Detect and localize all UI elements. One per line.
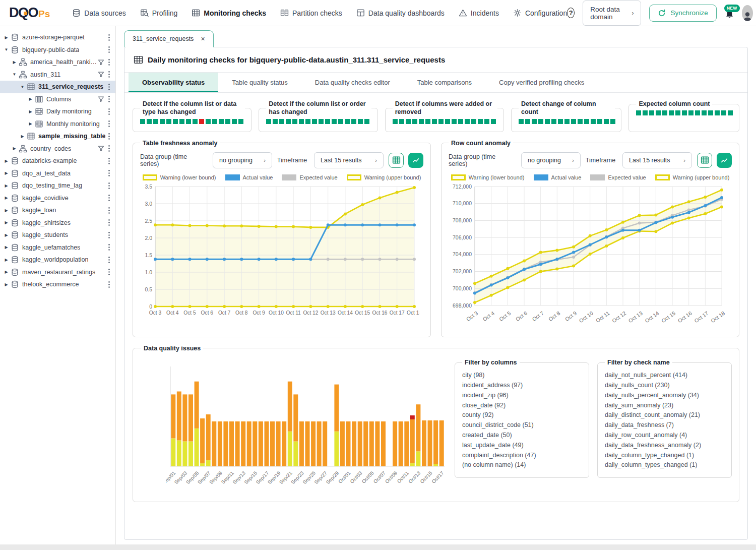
nav-item-profiling[interactable]: Profiling	[140, 9, 178, 17]
filter-check-daily-column-type-changed[interactable]: daily_column_type_changed (1)	[605, 451, 724, 461]
sidebar-item-thelook-ecommerce[interactable]: ▶thelook_ecommerce	[0, 278, 115, 291]
filter-column-county[interactable]: county (92)	[462, 410, 582, 420]
more-options-icon[interactable]	[108, 108, 110, 115]
notifications-button[interactable]: NEW	[725, 6, 734, 21]
sidebar-item-kaggle-loan[interactable]: ▶kaggle_loan	[0, 204, 115, 217]
more-options-icon[interactable]	[108, 256, 110, 264]
chart-view-button[interactable]	[717, 153, 732, 168]
more-options-icon[interactable]	[108, 219, 110, 226]
more-options-icon[interactable]	[108, 120, 110, 128]
filter-column-no-column-name[interactable]: (no column name) (14)	[462, 460, 582, 470]
sidebar-item-sample-missing-table[interactable]: ▶sample_missing_table	[0, 130, 115, 143]
caret-right-icon[interactable]: ▶	[3, 184, 10, 188]
sidebar-item-kaggle-shirtsizes[interactable]: ▶kaggle_shirtsizes	[0, 217, 115, 229]
caret-right-icon[interactable]: ▶	[3, 220, 10, 225]
sidebar-item-daily-monitoring[interactable]: ▶Daily monitoring	[0, 105, 115, 118]
more-options-icon[interactable]	[108, 281, 110, 288]
caret-right-icon[interactable]: ▶	[27, 97, 34, 101]
data-group-select[interactable]: no grouping›	[213, 152, 272, 168]
caret-right-icon[interactable]: ▶	[3, 282, 10, 287]
more-options-icon[interactable]	[108, 169, 110, 177]
nav-item-configuration[interactable]: Configuration	[513, 9, 567, 17]
caret-down-icon[interactable]: ▼	[19, 85, 26, 89]
more-options-icon[interactable]	[108, 46, 110, 53]
sidebar-item-kaggle-uefamatches[interactable]: ▶kaggle_uefamatches	[0, 241, 115, 254]
sidebar-item-country-codes[interactable]: ▶country_codes	[0, 143, 115, 155]
sidebar-item-bigquery-public-data[interactable]: ▼bigquery-public-data	[0, 44, 115, 56]
data-domain-selector[interactable]: Root data domain ›	[583, 1, 641, 26]
sidebar-item-maven-restaurant-ratings[interactable]: ▶maven_restaurant_ratings	[0, 266, 115, 279]
filter-column-council-district-code[interactable]: council_district_code (51)	[462, 420, 582, 431]
caret-right-icon[interactable]: ▶	[3, 208, 10, 213]
filter-check-daily-data-freshness[interactable]: daily_data_freshness (7)	[605, 420, 724, 431]
caret-right-icon[interactable]: ▶	[3, 258, 10, 262]
tab-observability-status[interactable]: Observability status	[129, 73, 218, 92]
filter-check-daily-nulls-count[interactable]: daily_nulls_count (230)	[605, 381, 724, 391]
sidebar-item-dqo-testing-time-lag[interactable]: ▶dqo_testing_time_lag	[0, 179, 115, 192]
tab-data-quality-checks-editor[interactable]: Data quality checks editor	[301, 73, 404, 92]
more-options-icon[interactable]	[108, 83, 110, 91]
caret-right-icon[interactable]: ▶	[3, 196, 10, 200]
table-view-button[interactable]	[389, 153, 404, 168]
close-icon[interactable]: ×	[201, 36, 205, 41]
dqops-logo[interactable]: DQOPs	[9, 5, 50, 21]
horizontal-scrollbar-track[interactable]	[0, 544, 756, 550]
synchronize-button[interactable]: Synchronize	[649, 5, 716, 22]
more-options-icon[interactable]	[108, 95, 110, 103]
sidebar-item-austin-311[interactable]: ▼austin_311	[0, 69, 115, 81]
sidebar-item-monthly-monitoring[interactable]: ▶Monthly monitoring	[0, 118, 115, 131]
caret-right-icon[interactable]: ▶	[3, 159, 10, 163]
filter-funnel-icon[interactable]	[98, 59, 104, 66]
chart-view-button[interactable]	[408, 153, 423, 168]
filter-funnel-icon[interactable]	[98, 96, 104, 102]
filter-funnel-icon[interactable]	[98, 145, 104, 152]
caret-right-icon[interactable]: ▶	[11, 146, 18, 151]
open-tab-311-service-requests[interactable]: 311_service_requests ×	[124, 30, 214, 47]
tab-copy-verified-profiling-checks[interactable]: Copy verified profiling checks	[485, 73, 598, 92]
tab-table-quality-status[interactable]: Table quality status	[218, 73, 301, 92]
sidebar-item-kaggle-worldpopulation[interactable]: ▶kaggle_worldpopulation	[0, 254, 115, 266]
caret-right-icon[interactable]: ▶	[3, 35, 10, 40]
nav-item-data-sources[interactable]: Data sources	[72, 9, 125, 17]
caret-down-icon[interactable]: ▼	[3, 47, 10, 52]
sidebar-item-311-service-requests[interactable]: ▼311_service_requests	[0, 81, 115, 93]
more-options-icon[interactable]	[108, 34, 110, 41]
timeframe-select[interactable]: Last 15 results›	[314, 152, 384, 168]
filter-column-city[interactable]: city (98)	[462, 371, 582, 381]
help-button[interactable]: ?	[567, 8, 575, 18]
nav-item-monitoring-checks[interactable]: Monitoring checks	[192, 9, 266, 17]
caret-right-icon[interactable]: ▶	[3, 171, 10, 175]
filter-column-incident-zip[interactable]: incident_zip (96)	[462, 391, 582, 401]
sidebar-item-america-health-rankings[interactable]: ▶america_health_rankings	[0, 56, 115, 69]
nav-item-incidents[interactable]: Incidents	[459, 9, 499, 17]
filter-funnel-icon[interactable]	[98, 71, 104, 78]
filter-column-created-date[interactable]: created_date (50)	[462, 431, 582, 441]
filter-check-daily-data-freshness-anomaly[interactable]: daily_data_freshness_anomaly (2)	[605, 441, 724, 451]
caret-right-icon[interactable]: ▶	[3, 233, 10, 237]
more-options-icon[interactable]	[108, 268, 110, 276]
more-options-icon[interactable]	[108, 157, 110, 165]
more-options-icon[interactable]	[108, 231, 110, 239]
sidebar-item-columns[interactable]: ▶Columns	[0, 93, 115, 106]
more-options-icon[interactable]	[108, 207, 110, 214]
filter-check-daily-not-nulls-percent[interactable]: daily_not_nulls_percent (414)	[605, 371, 724, 381]
more-options-icon[interactable]	[108, 58, 110, 66]
more-options-icon[interactable]	[108, 71, 110, 78]
filter-check-daily-column-types-changed[interactable]: daily_column_types_changed (1)	[605, 460, 724, 470]
more-options-icon[interactable]	[108, 243, 110, 251]
caret-right-icon[interactable]: ▶	[3, 270, 10, 274]
sidebar-item-kaggle-students[interactable]: ▶kaggle_students	[0, 229, 115, 241]
caret-right-icon[interactable]: ▶	[19, 134, 26, 139]
caret-right-icon[interactable]: ▶	[27, 121, 34, 126]
data-group-select[interactable]: no grouping›	[521, 152, 581, 168]
more-options-icon[interactable]	[108, 194, 110, 202]
nav-item-partition-checks[interactable]: Partition checks	[280, 9, 342, 17]
filter-check-daily-nulls-percent-anomaly[interactable]: daily_nulls_percent_anomaly (34)	[605, 391, 724, 401]
table-view-button[interactable]	[697, 153, 712, 168]
sidebar-item-kaggle-covidlive[interactable]: ▶kaggle_covidlive	[0, 192, 115, 205]
filter-column-last-update-date[interactable]: last_update_date (49)	[462, 441, 582, 451]
caret-right-icon[interactable]: ▶	[3, 245, 10, 250]
sidebar-item-databricks-example[interactable]: ▶databricks-example	[0, 155, 115, 167]
filter-column-close-date[interactable]: close_date (92)	[462, 401, 582, 411]
timeframe-select[interactable]: Last 15 results›	[622, 152, 692, 168]
